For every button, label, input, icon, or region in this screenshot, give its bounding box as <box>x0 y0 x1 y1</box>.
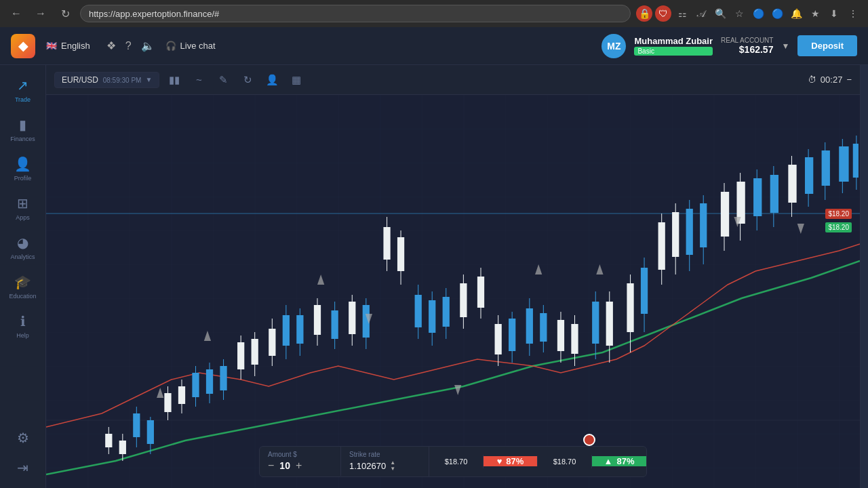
svg-rect-57 <box>509 319 515 351</box>
amount-value: 10 <box>279 460 290 471</box>
ext-icon-2[interactable]: 🛡 <box>655 5 671 22</box>
svg-rect-51 <box>460 283 467 317</box>
amount-plus-button[interactable]: + <box>296 460 302 472</box>
help-sidebar-icon: ℹ <box>20 313 26 329</box>
grid-icon[interactable]: ▦ <box>287 70 306 89</box>
app-logo[interactable]: ◆ <box>11 34 35 58</box>
ext-icon-6[interactable]: ☆ <box>731 5 747 22</box>
back-button[interactable]: ← <box>7 4 26 23</box>
refresh-chart-icon[interactable]: ↻ <box>238 70 257 89</box>
svg-rect-59 <box>526 308 533 344</box>
user-avatar[interactable]: MZ <box>601 34 626 58</box>
svg-rect-83 <box>721 192 729 237</box>
analytics-icon: ◕ <box>17 235 28 251</box>
ext-icon-5[interactable]: 🔍 <box>712 5 728 22</box>
ext-icon-12[interactable]: ⋮ <box>845 5 861 22</box>
asset-selector[interactable]: EUR/USD 08:59:30 PM ▼ <box>54 72 159 88</box>
volume-icon[interactable]: 🔈 <box>141 39 155 52</box>
svg-rect-27 <box>269 329 275 356</box>
ext-icon-11[interactable]: ⬇ <box>826 5 842 22</box>
right-panel <box>860 65 868 488</box>
account-chevron-icon[interactable]: ▼ <box>781 41 789 51</box>
deposit-button[interactable]: Deposit <box>797 35 857 56</box>
chart-area: EUR/USD 08:59:30 PM ▼ ▮▮ ~ ✎ ↻ 👤 ▦ ⏱ 00:… <box>46 65 860 488</box>
trading-panel: Amount $ − 10 + Strike rate 1.102670 ▲ <box>259 446 647 477</box>
refresh-button[interactable]: ↻ <box>56 4 75 23</box>
svg-rect-11 <box>147 420 154 444</box>
svg-rect-87 <box>753 178 762 216</box>
svg-rect-29 <box>283 315 290 346</box>
ext-icon-8[interactable]: 🔵 <box>769 5 785 22</box>
live-chat-button[interactable]: 🎧 Live chat <box>165 41 216 51</box>
ext-icon-10[interactable]: ★ <box>807 5 823 22</box>
fullscreen-icon[interactable]: ❖ <box>106 39 116 52</box>
sidebar-item-profile[interactable]: 👤 Profile <box>0 149 45 188</box>
asset-name: EUR/USD 08:59:30 PM <box>62 75 141 85</box>
minimize-icon[interactable]: − <box>846 75 852 85</box>
clock-icon: ⏱ <box>808 75 816 85</box>
amount-minus-button[interactable]: − <box>268 460 274 472</box>
language-label: English <box>61 41 90 51</box>
chart-type-icon[interactable]: ▮▮ <box>165 70 184 89</box>
price-label-low: $18.20 <box>825 222 852 232</box>
payout-high-section: $18.70 <box>429 455 484 468</box>
svg-rect-89 <box>770 175 778 213</box>
strike-down-icon[interactable]: ▼ <box>390 466 395 472</box>
ext-icon-4[interactable]: 𝒜 <box>693 5 709 22</box>
svg-rect-37 <box>349 302 355 334</box>
sidebar-item-finances[interactable]: ▮ Finances <box>0 110 45 149</box>
sidebar-label-analytics: Analytics <box>10 253 35 260</box>
svg-rect-41 <box>383 227 390 260</box>
svg-rect-67 <box>592 302 599 344</box>
trade-icon: ↗ <box>17 77 28 94</box>
url-bar[interactable]: https://app.expertoption.finance/# <box>80 5 631 22</box>
amount-label: Amount $ <box>268 451 332 458</box>
forward-button[interactable]: → <box>31 4 50 23</box>
sidebar-item-logout[interactable]: ⇥ <box>0 453 45 483</box>
strike-control: 1.102670 ▲ ▼ <box>349 460 420 472</box>
indicator-icon[interactable]: ~ <box>189 70 208 89</box>
sidebar-item-settings[interactable]: ⚙ <box>0 423 45 453</box>
price-low-value: $18.20 <box>828 224 849 231</box>
language-selector[interactable]: 🇬🇧 English <box>46 41 90 51</box>
buy-button[interactable]: ▲ 87% <box>592 456 646 466</box>
live-chat-label: Live chat <box>180 41 216 51</box>
ext-icon-9[interactable]: 🔔 <box>788 5 804 22</box>
svg-rect-55 <box>495 324 502 354</box>
sidebar-item-help[interactable]: ℹ Help <box>0 306 45 346</box>
svg-rect-61 <box>540 313 547 342</box>
avatar-initials: MZ <box>607 41 620 52</box>
help-icon[interactable]: ? <box>125 40 132 52</box>
header-icons: ❖ ? 🔈 <box>106 39 155 52</box>
sidebar-item-analytics[interactable]: ◕ Analytics <box>0 228 45 267</box>
sidebar-item-education[interactable]: 🎓 Education <box>0 267 45 306</box>
apps-icon: ⊞ <box>17 195 28 211</box>
svg-rect-15 <box>178 386 185 404</box>
svg-rect-95 <box>822 150 830 186</box>
price-high-value: $18.20 <box>828 210 849 218</box>
svg-rect-73 <box>641 268 648 314</box>
svg-rect-35 <box>332 310 338 339</box>
person-icon[interactable]: 👤 <box>262 70 281 89</box>
sidebar-item-trade[interactable]: ↗ Trade <box>0 70 45 110</box>
strike-up-icon[interactable]: ▲ <box>390 460 395 466</box>
svg-rect-17 <box>192 373 199 397</box>
payout-high-amount: $18.70 <box>445 458 468 466</box>
sell-button[interactable]: ♥ 87% <box>484 456 538 466</box>
ext-icon-3[interactable]: ⚏ <box>674 5 690 22</box>
svg-rect-77 <box>672 212 679 257</box>
user-name: Muhammad Zubair <box>634 36 713 46</box>
sidebar-item-apps[interactable]: ⊞ Apps <box>0 188 45 228</box>
chart-canvas[interactable]: T $18.20 $18.20 Amount $ − <box>46 95 860 488</box>
svg-rect-25 <box>252 339 258 365</box>
url-text: https://app.expertoption.finance/# <box>89 9 219 19</box>
ext-icon-7[interactable]: 🔵 <box>750 5 766 22</box>
strike-arrows: ▲ ▼ <box>390 460 395 472</box>
svg-rect-31 <box>296 315 303 344</box>
buy-pct: 87% <box>616 456 634 466</box>
draw-icon[interactable]: ✎ <box>214 70 233 89</box>
svg-rect-7 <box>119 441 126 454</box>
svg-rect-75 <box>658 222 665 270</box>
ext-icon-red[interactable]: 🔒 <box>636 5 652 22</box>
sidebar-label-education: Education <box>9 293 36 300</box>
